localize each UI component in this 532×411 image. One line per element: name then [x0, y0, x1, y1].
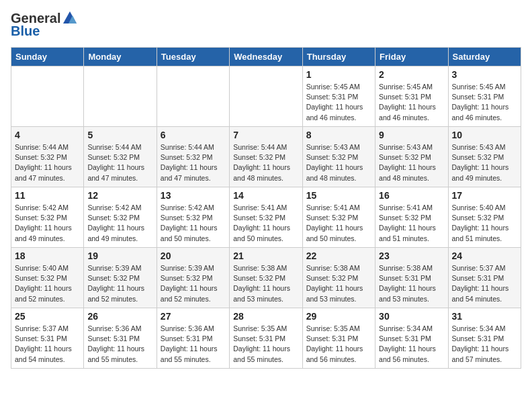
day-detail: Sunrise: 5:36 AM Sunset: 5:31 PM Dayligh… [87, 324, 152, 365]
day-detail: Sunrise: 5:34 AM Sunset: 5:31 PM Dayligh… [379, 324, 444, 365]
day-detail: Sunrise: 5:44 AM Sunset: 5:32 PM Dayligh… [233, 142, 298, 183]
day-number: 12 [87, 190, 152, 201]
day-number: 17 [452, 190, 517, 201]
day-detail: Sunrise: 5:44 AM Sunset: 5:32 PM Dayligh… [15, 142, 80, 183]
calendar-cell [230, 66, 302, 127]
calendar-cell [11, 66, 84, 127]
logo-area: General Blue [11, 11, 77, 39]
day-number: 16 [379, 190, 444, 201]
day-number: 6 [161, 130, 226, 140]
day-detail: Sunrise: 5:45 AM Sunset: 5:31 PM Dayligh… [452, 82, 517, 123]
day-number: 27 [161, 311, 226, 322]
day-number: 11 [15, 190, 80, 201]
calendar-cell: 24Sunrise: 5:37 AM Sunset: 5:31 PM Dayli… [448, 248, 521, 308]
day-number: 29 [306, 311, 371, 322]
weekday-header-monday: Monday [84, 48, 157, 66]
calendar-cell: 20Sunrise: 5:39 AM Sunset: 5:32 PM Dayli… [157, 248, 229, 308]
calendar-cell: 15Sunrise: 5:41 AM Sunset: 5:32 PM Dayli… [302, 187, 375, 248]
calendar-cell: 13Sunrise: 5:42 AM Sunset: 5:32 PM Dayli… [157, 187, 229, 248]
calendar-cell: 28Sunrise: 5:35 AM Sunset: 5:31 PM Dayli… [230, 308, 302, 369]
day-number: 10 [452, 130, 517, 140]
weekday-header-sunday: Sunday [11, 48, 84, 66]
calendar-cell: 12Sunrise: 5:42 AM Sunset: 5:32 PM Dayli… [84, 187, 157, 248]
calendar-cell [157, 66, 229, 127]
day-detail: Sunrise: 5:43 AM Sunset: 5:32 PM Dayligh… [379, 142, 444, 183]
day-number: 31 [452, 311, 517, 322]
calendar-cell [84, 66, 157, 127]
day-number: 14 [233, 190, 298, 201]
day-number: 15 [306, 190, 371, 201]
calendar-cell: 30Sunrise: 5:34 AM Sunset: 5:31 PM Dayli… [375, 308, 448, 369]
day-number: 1 [306, 69, 371, 80]
calendar-cell: 5Sunrise: 5:44 AM Sunset: 5:32 PM Daylig… [84, 127, 157, 187]
day-detail: Sunrise: 5:45 AM Sunset: 5:31 PM Dayligh… [379, 82, 444, 123]
day-number: 13 [161, 190, 226, 201]
day-detail: Sunrise: 5:37 AM Sunset: 5:31 PM Dayligh… [15, 324, 80, 365]
week-row-1: 1Sunrise: 5:45 AM Sunset: 5:31 PM Daylig… [11, 66, 521, 127]
day-detail: Sunrise: 5:35 AM Sunset: 5:31 PM Dayligh… [306, 324, 371, 365]
day-detail: Sunrise: 5:42 AM Sunset: 5:32 PM Dayligh… [87, 203, 152, 244]
calendar-cell: 1Sunrise: 5:45 AM Sunset: 5:31 PM Daylig… [302, 66, 375, 127]
day-number: 9 [379, 130, 444, 140]
day-number: 4 [15, 130, 80, 140]
calendar-cell: 4Sunrise: 5:44 AM Sunset: 5:32 PM Daylig… [11, 127, 84, 187]
calendar-cell: 6Sunrise: 5:44 AM Sunset: 5:32 PM Daylig… [157, 127, 229, 187]
day-number: 18 [15, 250, 80, 261]
day-detail: Sunrise: 5:42 AM Sunset: 5:32 PM Dayligh… [161, 203, 226, 244]
day-number: 3 [452, 69, 517, 80]
day-detail: Sunrise: 5:44 AM Sunset: 5:32 PM Dayligh… [87, 142, 152, 183]
calendar-cell: 31Sunrise: 5:34 AM Sunset: 5:31 PM Dayli… [448, 308, 521, 369]
weekday-header-row: SundayMondayTuesdayWednesdayThursdayFrid… [11, 48, 521, 66]
day-number: 26 [87, 311, 152, 322]
day-number: 19 [87, 250, 152, 261]
calendar-cell: 17Sunrise: 5:40 AM Sunset: 5:32 PM Dayli… [448, 187, 521, 248]
calendar-table: SundayMondayTuesdayWednesdayThursdayFrid… [11, 47, 521, 369]
day-number: 7 [233, 130, 298, 140]
day-detail: Sunrise: 5:38 AM Sunset: 5:32 PM Dayligh… [233, 263, 298, 304]
weekday-header-friday: Friday [375, 48, 448, 66]
day-number: 28 [233, 311, 298, 322]
day-detail: Sunrise: 5:34 AM Sunset: 5:31 PM Dayligh… [452, 324, 517, 365]
day-number: 20 [161, 250, 226, 261]
day-detail: Sunrise: 5:39 AM Sunset: 5:32 PM Dayligh… [161, 263, 226, 304]
day-number: 5 [87, 130, 152, 140]
day-detail: Sunrise: 5:43 AM Sunset: 5:32 PM Dayligh… [452, 142, 517, 183]
week-row-3: 11Sunrise: 5:42 AM Sunset: 5:32 PM Dayli… [11, 187, 521, 248]
calendar-cell: 8Sunrise: 5:43 AM Sunset: 5:32 PM Daylig… [302, 127, 375, 187]
day-number: 30 [379, 311, 444, 322]
calendar-cell: 19Sunrise: 5:39 AM Sunset: 5:32 PM Dayli… [84, 248, 157, 308]
logo-blue-text: Blue [11, 24, 40, 39]
week-row-4: 18Sunrise: 5:40 AM Sunset: 5:32 PM Dayli… [11, 248, 521, 308]
day-detail: Sunrise: 5:36 AM Sunset: 5:31 PM Dayligh… [161, 324, 226, 365]
calendar-cell: 7Sunrise: 5:44 AM Sunset: 5:32 PM Daylig… [230, 127, 302, 187]
day-detail: Sunrise: 5:39 AM Sunset: 5:32 PM Dayligh… [87, 263, 152, 304]
day-detail: Sunrise: 5:35 AM Sunset: 5:31 PM Dayligh… [233, 324, 298, 365]
day-number: 25 [15, 311, 80, 322]
calendar-cell: 21Sunrise: 5:38 AM Sunset: 5:32 PM Dayli… [230, 248, 302, 308]
day-detail: Sunrise: 5:45 AM Sunset: 5:31 PM Dayligh… [306, 82, 371, 123]
calendar-cell: 18Sunrise: 5:40 AM Sunset: 5:32 PM Dayli… [11, 248, 84, 308]
week-row-2: 4Sunrise: 5:44 AM Sunset: 5:32 PM Daylig… [11, 127, 521, 187]
day-detail: Sunrise: 5:41 AM Sunset: 5:32 PM Dayligh… [379, 203, 444, 244]
calendar-cell: 22Sunrise: 5:38 AM Sunset: 5:32 PM Dayli… [302, 248, 375, 308]
calendar-cell: 25Sunrise: 5:37 AM Sunset: 5:31 PM Dayli… [11, 308, 84, 369]
calendar-cell: 14Sunrise: 5:41 AM Sunset: 5:32 PM Dayli… [230, 187, 302, 248]
weekday-header-tuesday: Tuesday [157, 48, 229, 66]
calendar-cell: 9Sunrise: 5:43 AM Sunset: 5:32 PM Daylig… [375, 127, 448, 187]
calendar-cell: 23Sunrise: 5:38 AM Sunset: 5:31 PM Dayli… [375, 248, 448, 308]
day-detail: Sunrise: 5:42 AM Sunset: 5:32 PM Dayligh… [15, 203, 80, 244]
weekday-header-wednesday: Wednesday [230, 48, 302, 66]
weekday-header-thursday: Thursday [302, 48, 375, 66]
day-detail: Sunrise: 5:44 AM Sunset: 5:32 PM Dayligh… [161, 142, 226, 183]
calendar-cell: 26Sunrise: 5:36 AM Sunset: 5:31 PM Dayli… [84, 308, 157, 369]
day-number: 24 [452, 250, 517, 261]
weekday-header-saturday: Saturday [448, 48, 521, 66]
week-row-5: 25Sunrise: 5:37 AM Sunset: 5:31 PM Dayli… [11, 308, 521, 369]
calendar-cell: 10Sunrise: 5:43 AM Sunset: 5:32 PM Dayli… [448, 127, 521, 187]
logo-triangle-icon [62, 11, 77, 26]
day-number: 8 [306, 130, 371, 140]
calendar-cell: 3Sunrise: 5:45 AM Sunset: 5:31 PM Daylig… [448, 66, 521, 127]
header: General Blue [11, 11, 521, 39]
day-detail: Sunrise: 5:41 AM Sunset: 5:32 PM Dayligh… [306, 203, 371, 244]
calendar-cell: 16Sunrise: 5:41 AM Sunset: 5:32 PM Dayli… [375, 187, 448, 248]
